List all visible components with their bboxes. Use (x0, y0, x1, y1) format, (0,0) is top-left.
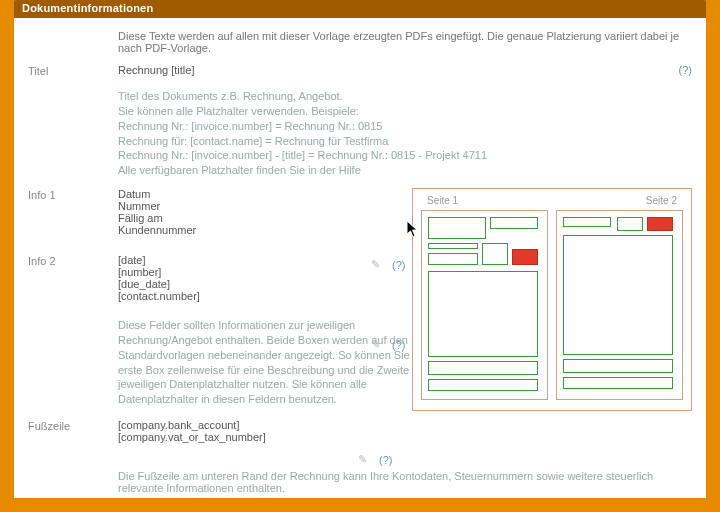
pv-box (490, 217, 538, 229)
title-row: Titel Rechnung [title] (?) (28, 64, 692, 77)
preview-pages (421, 210, 683, 400)
title-hints-row: Titel des Dokuments z.B. Rechnung, Angeb… (28, 87, 692, 178)
info-note: Diese Felder sollten Informationen zur j… (118, 318, 448, 407)
title-help-icon[interactable]: (?) (679, 64, 692, 76)
info-left: Info 1 Datum Nummer Fällig am Kundennumm… (28, 188, 368, 312)
pv-box (563, 217, 611, 227)
preview-page-1 (421, 210, 548, 400)
intro-text: Diese Texte werden auf allen mit dieser … (118, 30, 692, 54)
info1-help: ✎ (?) (371, 258, 405, 271)
panel-title: Dokumentinformationen (22, 2, 153, 14)
info1-help-icon[interactable]: (?) (392, 259, 405, 271)
pv-box (563, 377, 673, 389)
title-hints: Titel des Dokuments z.B. Rechnung, Angeb… (118, 89, 692, 178)
footer-label: Fußzeile (28, 419, 118, 443)
pencil-icon[interactable]: ✎ (371, 258, 380, 271)
preview-label-2: Seite 2 (646, 195, 677, 206)
pv-box (428, 217, 486, 239)
title-value[interactable]: Rechnung [title] (118, 64, 479, 76)
pv-highlight (647, 217, 673, 231)
footer-help: ✎ (?) (358, 453, 692, 466)
pv-box (482, 243, 508, 265)
pencil-icon[interactable]: ✎ (358, 453, 367, 466)
pv-box (428, 271, 538, 357)
footer-row: Fußzeile [company.bank_account] [company… (28, 419, 692, 443)
pencil-icon[interactable]: ✎ (371, 338, 380, 351)
footer-note: Die Fußzeile am unteren Rand der Rechnun… (118, 470, 692, 494)
preview-page-2 (556, 210, 683, 400)
info1-value[interactable]: Datum Nummer Fällig am Kundennummer (118, 188, 368, 236)
pv-highlight (512, 249, 538, 265)
pv-box (617, 217, 643, 231)
info-columns: Info 1 Datum Nummer Fällig am Kundennumm… (28, 188, 692, 312)
pv-box (563, 359, 673, 373)
info2-value[interactable]: [date] [number] [due_date] [contact.numb… (118, 254, 368, 302)
footer-help-icon[interactable]: (?) (379, 454, 392, 466)
info2-label: Info 2 (28, 254, 118, 302)
pv-box (563, 235, 673, 355)
pv-box (428, 243, 478, 249)
page-preview: Seite 1 Seite 2 (412, 188, 692, 411)
pv-box (428, 379, 538, 391)
info2-row: Info 2 [date] [number] [due_date] [conta… (28, 254, 368, 302)
info2-help: ✎ (?) (371, 338, 405, 351)
info1-label: Info 1 (28, 188, 118, 236)
pv-box (428, 253, 478, 265)
panel-body: Diese Texte werden auf allen mit dieser … (14, 18, 706, 498)
info1-row: Info 1 Datum Nummer Fällig am Kundennumm… (28, 188, 368, 236)
info-right: ✎ (?) ✎ (?) Seite 1 Seite 2 (368, 188, 692, 312)
panel-header: Dokumentinformationen (14, 0, 706, 18)
title-label: Titel (28, 64, 118, 77)
pv-box (428, 361, 538, 375)
app-frame: Dokumentinformationen Diese Texte werden… (0, 0, 720, 512)
footer-value[interactable]: [company.bank_account] [company.vat_or_t… (118, 419, 692, 443)
preview-label-1: Seite 1 (427, 195, 458, 206)
info2-help-icon[interactable]: (?) (392, 339, 405, 351)
preview-labels: Seite 1 Seite 2 (421, 195, 683, 210)
